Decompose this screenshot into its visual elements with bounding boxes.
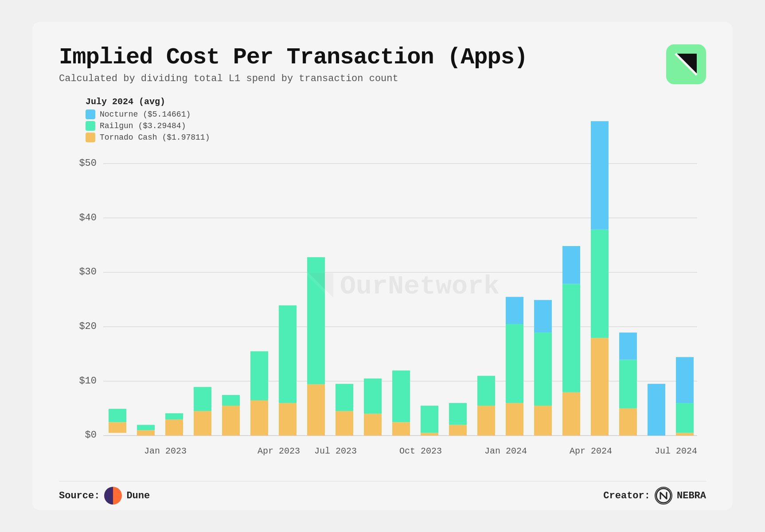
bar-railgun-20 (676, 403, 694, 433)
legend-item-tornado: Tornado Cash ($1.97811) (86, 133, 210, 142)
bar-nocturne-20 (676, 357, 694, 403)
header-row: Implied Cost Per Transaction (Apps) Calc… (59, 44, 706, 84)
bar-tornado-0 (109, 422, 126, 433)
bar-railgun-3 (194, 387, 211, 411)
bar-tornado-10 (392, 422, 410, 435)
bar-railgun-11 (421, 406, 438, 433)
brand-logo (666, 44, 706, 84)
bar-tornado-6 (279, 403, 297, 435)
bar-railgun-12 (449, 403, 467, 425)
bar-railgun-17 (591, 230, 609, 338)
svg-text:$50: $50 (79, 158, 97, 169)
bar-railgun-8 (336, 384, 353, 411)
svg-text:$40: $40 (79, 212, 97, 223)
nocturne-color-swatch (86, 110, 95, 119)
chart-area: OurNetwork $0 $10 $20 $30 $40 $50 (59, 97, 706, 476)
main-card: Implied Cost Per Transaction (Apps) Calc… (32, 22, 733, 510)
tornado-color-swatch (86, 133, 95, 142)
bar-tornado-4 (222, 406, 240, 435)
logo-icon (674, 52, 699, 77)
bar-tornado-17 (591, 338, 609, 435)
tornado-label: Tornado Cash ($1.97811) (100, 133, 210, 142)
bar-tornado-7 (307, 384, 325, 436)
bar-tornado-1 (137, 430, 155, 435)
svg-text:$30: $30 (79, 266, 97, 278)
svg-text:Jan 2023: Jan 2023 (144, 446, 187, 456)
bar-chart: $0 $10 $20 $30 $40 $50 (59, 97, 706, 476)
svg-text:Apr 2024: Apr 2024 (570, 446, 612, 456)
bar-tornado-2 (165, 419, 183, 435)
source-label: Source: (59, 490, 100, 501)
bar-railgun-0 (109, 409, 126, 422)
footer: Source: Dune Creator: NEBRA (59, 481, 706, 505)
bar-railgun-5 (250, 351, 268, 400)
railgun-color-swatch (86, 121, 95, 131)
bar-tornado-12 (449, 425, 467, 435)
railgun-label: Railgun ($3.29484) (100, 121, 186, 130)
chart-legend: July 2024 (avg) Nocturne ($5.14661) Rail… (86, 97, 210, 144)
bar-railgun-7 (307, 257, 325, 384)
bar-railgun-9 (364, 379, 382, 414)
bar-railgun-4 (222, 395, 240, 406)
nebra-logo-icon (655, 487, 672, 505)
source-section: Source: Dune (59, 487, 150, 505)
bar-railgun-1 (137, 425, 155, 430)
bar-nocturne-18 (619, 332, 637, 360)
dune-logo-icon (104, 487, 122, 505)
bar-tornado-13 (477, 406, 495, 435)
creator-section: Creator: NEBRA (603, 487, 706, 505)
svg-text:$0: $0 (85, 430, 97, 441)
legend-item-nocturne: Nocturne ($5.14661) (86, 110, 210, 119)
bar-railgun-14 (506, 324, 523, 403)
svg-text:Apr 2023: Apr 2023 (258, 446, 300, 456)
title-section: Implied Cost Per Transaction (Apps) Calc… (59, 44, 527, 84)
bar-nocturne-16 (562, 246, 580, 284)
bar-railgun-15 (534, 332, 552, 406)
svg-text:$10: $10 (79, 376, 97, 387)
bar-tornado-18 (619, 408, 637, 435)
bar-tornado-8 (336, 411, 353, 435)
bar-railgun-2 (165, 413, 183, 419)
svg-text:Jul 2023: Jul 2023 (314, 446, 357, 456)
legend-item-railgun: Railgun ($3.29484) (86, 121, 210, 131)
svg-text:Jan 2024: Jan 2024 (484, 446, 527, 456)
bar-tornado-16 (562, 392, 580, 436)
bar-nocturne-17 (591, 121, 609, 229)
bar-railgun-13 (477, 376, 495, 406)
bar-tornado-20 (676, 433, 694, 435)
bar-tornado-15 (534, 406, 552, 435)
bar-railgun-6 (279, 305, 297, 403)
chart-title: Implied Cost Per Transaction (Apps) (59, 44, 527, 70)
chart-subtitle: Calculated by dividing total L1 spend by… (59, 73, 527, 84)
bar-nocturne-14 (506, 297, 523, 324)
bar-railgun-18 (619, 360, 637, 408)
legend-title: July 2024 (avg) (86, 97, 210, 107)
creator-label: Creator: (603, 490, 650, 501)
svg-text:$20: $20 (79, 321, 97, 332)
bar-tornado-9 (364, 414, 382, 435)
bar-tornado-11 (421, 433, 438, 435)
nocturne-label: Nocturne ($5.14661) (100, 110, 191, 119)
bar-tornado-3 (194, 411, 211, 435)
bar-tornado-14 (506, 403, 523, 435)
bar-nocturne-15 (534, 300, 552, 332)
bar-tornado-5 (250, 400, 268, 435)
bar-railgun-10 (392, 371, 410, 422)
source-name: Dune (126, 490, 150, 501)
svg-text:Jul 2024: Jul 2024 (655, 446, 697, 456)
creator-name: NEBRA (677, 490, 706, 501)
bar-railgun-16 (562, 284, 580, 392)
svg-text:Oct 2023: Oct 2023 (399, 446, 442, 456)
bar-nocturne-19 (648, 384, 665, 436)
